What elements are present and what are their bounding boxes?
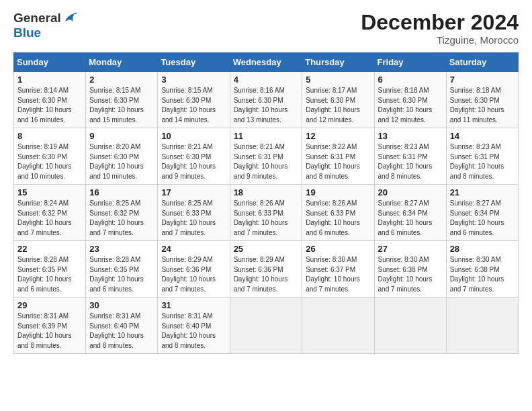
day-info: Sunrise: 8:22 AMSunset: 6:31 PMDaylight:… bbox=[306, 142, 370, 181]
title-block: December 2024 Tizguine, Morocco bbox=[361, 11, 519, 46]
day-info: Sunrise: 8:29 AMSunset: 6:36 PMDaylight:… bbox=[234, 255, 299, 294]
day-info: Sunrise: 8:23 AMSunset: 6:31 PMDaylight:… bbox=[450, 142, 515, 181]
day-number: 9 bbox=[89, 131, 154, 141]
day-number: 11 bbox=[234, 131, 299, 141]
logo-blue-text: Blue bbox=[13, 26, 41, 40]
day-number: 10 bbox=[161, 131, 226, 141]
day-number: 26 bbox=[306, 244, 370, 254]
calendar-cell: 20Sunrise: 8:27 AMSunset: 6:34 PMDayligh… bbox=[374, 185, 446, 241]
calendar-table: Sunday Monday Tuesday Wednesday Thursday… bbox=[13, 52, 519, 354]
calendar-cell: 18Sunrise: 8:26 AMSunset: 6:33 PMDayligh… bbox=[230, 185, 302, 241]
day-number: 19 bbox=[306, 187, 370, 197]
day-number: 28 bbox=[450, 244, 515, 254]
calendar-cell bbox=[230, 298, 302, 354]
calendar-page: General Blue December 2024 Tizguine, Mor… bbox=[0, 0, 532, 411]
col-monday: Monday bbox=[86, 53, 158, 72]
calendar-cell: 14Sunrise: 8:23 AMSunset: 6:31 PMDayligh… bbox=[446, 128, 518, 185]
logo-blue-line: Blue bbox=[13, 26, 77, 40]
day-number: 12 bbox=[306, 131, 370, 141]
day-info: Sunrise: 8:16 AMSunset: 6:30 PMDaylight:… bbox=[234, 86, 299, 125]
day-number: 5 bbox=[306, 75, 370, 85]
day-info: Sunrise: 8:27 AMSunset: 6:34 PMDaylight:… bbox=[378, 199, 443, 238]
header: General Blue December 2024 Tizguine, Mor… bbox=[13, 11, 519, 46]
day-number: 4 bbox=[234, 75, 299, 85]
day-number: 30 bbox=[89, 300, 154, 310]
day-number: 16 bbox=[89, 187, 154, 197]
col-tuesday: Tuesday bbox=[158, 53, 230, 72]
day-number: 7 bbox=[450, 75, 515, 85]
calendar-cell: 10Sunrise: 8:21 AMSunset: 6:30 PMDayligh… bbox=[158, 128, 230, 185]
calendar-week-row: 8Sunrise: 8:19 AMSunset: 6:30 PMDaylight… bbox=[14, 128, 519, 185]
calendar-week-row: 15Sunrise: 8:24 AMSunset: 6:32 PMDayligh… bbox=[14, 185, 519, 241]
day-info: Sunrise: 8:21 AMSunset: 6:31 PMDaylight:… bbox=[234, 142, 299, 181]
calendar-cell: 2Sunrise: 8:15 AMSunset: 6:30 PMDaylight… bbox=[86, 72, 158, 128]
calendar-cell bbox=[302, 298, 374, 354]
day-number: 23 bbox=[89, 244, 154, 254]
day-info: Sunrise: 8:26 AMSunset: 6:33 PMDaylight:… bbox=[234, 199, 299, 238]
day-number: 27 bbox=[378, 244, 443, 254]
col-wednesday: Wednesday bbox=[230, 53, 302, 72]
day-info: Sunrise: 8:31 AMSunset: 6:39 PMDaylight:… bbox=[17, 312, 82, 351]
calendar-week-row: 29Sunrise: 8:31 AMSunset: 6:39 PMDayligh… bbox=[14, 298, 519, 354]
calendar-cell: 30Sunrise: 8:31 AMSunset: 6:40 PMDayligh… bbox=[86, 298, 158, 354]
col-sunday: Sunday bbox=[14, 53, 86, 72]
day-number: 22 bbox=[17, 244, 82, 254]
day-info: Sunrise: 8:24 AMSunset: 6:32 PMDaylight:… bbox=[17, 199, 82, 238]
calendar-cell: 15Sunrise: 8:24 AMSunset: 6:32 PMDayligh… bbox=[14, 185, 86, 241]
calendar-cell: 1Sunrise: 8:14 AMSunset: 6:30 PMDaylight… bbox=[14, 72, 86, 128]
day-info: Sunrise: 8:30 AMSunset: 6:38 PMDaylight:… bbox=[378, 255, 443, 294]
calendar-cell: 22Sunrise: 8:28 AMSunset: 6:35 PMDayligh… bbox=[14, 241, 86, 298]
day-info: Sunrise: 8:29 AMSunset: 6:36 PMDaylight:… bbox=[161, 255, 226, 294]
calendar-cell: 6Sunrise: 8:18 AMSunset: 6:30 PMDaylight… bbox=[374, 72, 446, 128]
calendar-cell: 29Sunrise: 8:31 AMSunset: 6:39 PMDayligh… bbox=[14, 298, 86, 354]
calendar-cell: 17Sunrise: 8:25 AMSunset: 6:33 PMDayligh… bbox=[158, 185, 230, 241]
col-saturday: Saturday bbox=[446, 53, 518, 72]
calendar-header-row: Sunday Monday Tuesday Wednesday Thursday… bbox=[14, 53, 519, 72]
calendar-week-row: 22Sunrise: 8:28 AMSunset: 6:35 PMDayligh… bbox=[14, 241, 519, 298]
logo-general-text: General bbox=[13, 11, 61, 25]
calendar-cell: 28Sunrise: 8:30 AMSunset: 6:38 PMDayligh… bbox=[446, 241, 518, 298]
calendar-cell: 27Sunrise: 8:30 AMSunset: 6:38 PMDayligh… bbox=[374, 241, 446, 298]
calendar-cell: 23Sunrise: 8:28 AMSunset: 6:35 PMDayligh… bbox=[86, 241, 158, 298]
calendar-body: 1Sunrise: 8:14 AMSunset: 6:30 PMDaylight… bbox=[14, 72, 519, 354]
day-info: Sunrise: 8:25 AMSunset: 6:32 PMDaylight:… bbox=[89, 199, 154, 238]
calendar-cell: 13Sunrise: 8:23 AMSunset: 6:31 PMDayligh… bbox=[374, 128, 446, 185]
day-number: 21 bbox=[450, 187, 515, 197]
day-number: 31 bbox=[161, 300, 226, 310]
day-number: 6 bbox=[378, 75, 443, 85]
day-info: Sunrise: 8:23 AMSunset: 6:31 PMDaylight:… bbox=[378, 142, 443, 181]
day-number: 15 bbox=[17, 187, 82, 197]
day-info: Sunrise: 8:15 AMSunset: 6:30 PMDaylight:… bbox=[161, 86, 226, 125]
day-info: Sunrise: 8:15 AMSunset: 6:30 PMDaylight:… bbox=[89, 86, 154, 125]
calendar-cell: 25Sunrise: 8:29 AMSunset: 6:36 PMDayligh… bbox=[230, 241, 302, 298]
day-info: Sunrise: 8:31 AMSunset: 6:40 PMDaylight:… bbox=[161, 312, 226, 351]
day-number: 17 bbox=[161, 187, 226, 197]
calendar-cell: 3Sunrise: 8:15 AMSunset: 6:30 PMDaylight… bbox=[158, 72, 230, 128]
day-number: 13 bbox=[378, 131, 443, 141]
day-info: Sunrise: 8:30 AMSunset: 6:38 PMDaylight:… bbox=[450, 255, 515, 294]
day-number: 20 bbox=[378, 187, 443, 197]
calendar-cell: 5Sunrise: 8:17 AMSunset: 6:30 PMDaylight… bbox=[302, 72, 374, 128]
calendar-cell: 31Sunrise: 8:31 AMSunset: 6:40 PMDayligh… bbox=[158, 298, 230, 354]
calendar-cell: 8Sunrise: 8:19 AMSunset: 6:30 PMDaylight… bbox=[14, 128, 86, 185]
day-number: 18 bbox=[234, 187, 299, 197]
day-info: Sunrise: 8:14 AMSunset: 6:30 PMDaylight:… bbox=[17, 86, 82, 125]
logo-box: General Blue bbox=[13, 11, 77, 40]
day-info: Sunrise: 8:25 AMSunset: 6:33 PMDaylight:… bbox=[161, 199, 226, 238]
day-info: Sunrise: 8:28 AMSunset: 6:35 PMDaylight:… bbox=[89, 255, 154, 294]
day-number: 1 bbox=[17, 75, 82, 85]
day-info: Sunrise: 8:19 AMSunset: 6:30 PMDaylight:… bbox=[17, 142, 82, 181]
col-thursday: Thursday bbox=[302, 53, 374, 72]
page-title: December 2024 bbox=[361, 11, 519, 34]
page-subtitle: Tizguine, Morocco bbox=[361, 34, 519, 46]
day-info: Sunrise: 8:18 AMSunset: 6:30 PMDaylight:… bbox=[450, 86, 515, 125]
calendar-cell: 24Sunrise: 8:29 AMSunset: 6:36 PMDayligh… bbox=[158, 241, 230, 298]
day-info: Sunrise: 8:21 AMSunset: 6:30 PMDaylight:… bbox=[161, 142, 226, 181]
calendar-cell: 16Sunrise: 8:25 AMSunset: 6:32 PMDayligh… bbox=[86, 185, 158, 241]
day-info: Sunrise: 8:20 AMSunset: 6:30 PMDaylight:… bbox=[89, 142, 154, 181]
day-info: Sunrise: 8:18 AMSunset: 6:30 PMDaylight:… bbox=[378, 86, 443, 125]
day-number: 8 bbox=[17, 131, 82, 141]
calendar-cell: 7Sunrise: 8:18 AMSunset: 6:30 PMDaylight… bbox=[446, 72, 518, 128]
calendar-cell: 26Sunrise: 8:30 AMSunset: 6:37 PMDayligh… bbox=[302, 241, 374, 298]
day-info: Sunrise: 8:26 AMSunset: 6:33 PMDaylight:… bbox=[306, 199, 370, 238]
